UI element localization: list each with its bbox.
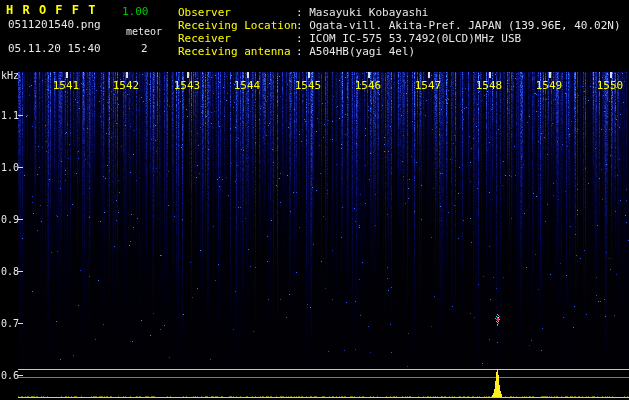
x-tick-1541: 1541 (46, 80, 86, 92)
info-value-antenna: : A504HB(yagi 4el) (296, 45, 415, 58)
info-label-antenna: Receiving antenna (178, 45, 291, 58)
info-label-observer: Observer (178, 6, 231, 19)
y-tick-0-9: 0.9 (1, 214, 18, 225)
y-tick-0-6: 0.6 (1, 370, 18, 381)
meteor-count: 2 (141, 42, 148, 55)
y-tick-1-1: 1.1 (1, 110, 18, 121)
hrofft-screen: H R O F F T 1.00 0511201540.png meteor 0… (0, 0, 629, 400)
y-tick-0-8: 0.8 (1, 266, 18, 277)
x-tick-1543: 1543 (167, 80, 207, 92)
x-tick-1542: 1542 (106, 80, 146, 92)
x-tick-1550: 1550 (590, 80, 629, 92)
output-filename: 0511201540.png (8, 18, 101, 31)
y-tick-1-0: 1.0 (1, 162, 18, 173)
app-title: H R O F F T (6, 4, 96, 17)
datetime: 05.11.20 15:40 (8, 42, 101, 55)
spectrogram-canvas (0, 0, 629, 400)
info-label-receiver: Receiver (178, 32, 231, 45)
y-tick-0-7: 0.7 (1, 318, 18, 329)
meteor-counter-label: meteor (126, 25, 162, 38)
info-value-location: : Ogata-vill. Akita-Pref. JAPAN (139.96E… (296, 19, 621, 32)
info-value-observer: : Masayuki Kobayashi (296, 6, 428, 19)
info-label-location: Receiving Location (178, 19, 297, 32)
x-tick-1546: 1546 (348, 80, 388, 92)
x-tick-1545: 1545 (288, 80, 328, 92)
x-tick-1548: 1548 (469, 80, 509, 92)
x-tick-1544: 1544 (227, 80, 267, 92)
x-tick-1547: 1547 (408, 80, 448, 92)
app-version: 1.00 (122, 5, 149, 18)
x-tick-1549: 1549 (529, 80, 569, 92)
info-value-receiver: : ICOM IC-575 53.7492(0LCD)MHz USB (296, 32, 521, 45)
y-axis-unit: kHz (1, 70, 18, 81)
